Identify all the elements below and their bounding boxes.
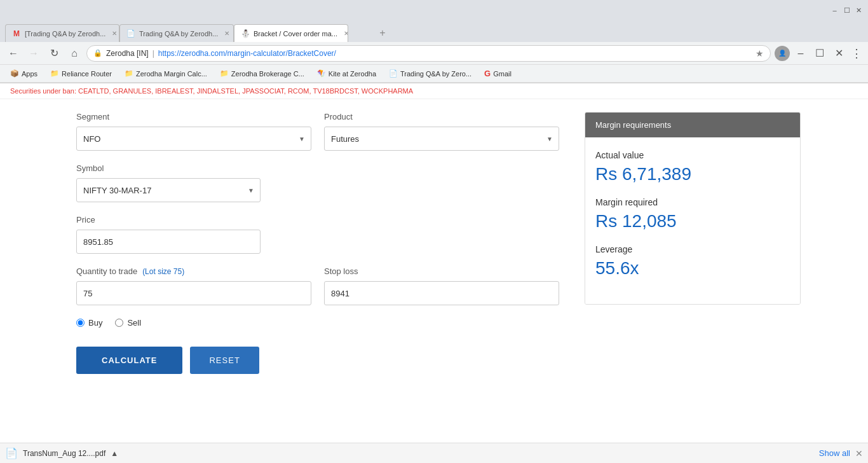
new-tab-button[interactable]: + [374, 24, 391, 42]
tab-label-1: [Trading Q&A by Zerodh... [25, 30, 105, 38]
back-button[interactable]: ← [5, 45, 22, 62]
bookmark-zerodha-margin[interactable]: 📁 Zerodha Margin Calc... [119, 68, 212, 79]
segment-select-wrapper: NFO NSE BSE MCX [76, 127, 311, 151]
margin-required-item: Margin required Rs 12,085 [595, 197, 790, 232]
chrome-menu-button[interactable]: ⋮ [851, 46, 863, 60]
address-bar: ← → ↻ ⌂ 🔒 Zerodha [IN] | https://zerodha… [0, 42, 868, 65]
margin-sidebar: Margin requirements Actual value Rs 6,71… [585, 112, 801, 374]
security-ban-prefix: Securities under ban: [10, 87, 76, 95]
margin-required-label: Margin required [595, 197, 790, 207]
leverage-item: Leverage 55.6x [595, 244, 790, 279]
maximize-button[interactable]: ☐ [843, 6, 851, 15]
buy-radio[interactable] [76, 319, 85, 327]
bookmarks-bar: 📦 Apps 📁 Reliance Router 📁 Zerodha Margi… [0, 65, 868, 83]
sell-radio[interactable] [115, 319, 123, 327]
kite-label: Kite at Zerodha [329, 70, 376, 78]
zerodha-brokerage-label: Zerodha Brokerage C... [231, 70, 304, 78]
price-label: Price [76, 215, 559, 225]
tab-close-1[interactable]: ✕ [112, 30, 117, 37]
url-bar[interactable]: 🔒 Zerodha [IN] | https://zerodha.com/mar… [86, 45, 771, 62]
product-select-wrapper: Futures Options [324, 127, 559, 151]
buy-label: Buy [88, 318, 102, 328]
forward-button[interactable]: → [25, 45, 42, 62]
close-button[interactable]: ✕ [855, 6, 863, 15]
reload-button[interactable]: ↻ [46, 45, 62, 62]
segment-select[interactable]: NFO NSE BSE MCX [76, 127, 311, 151]
url-site-label: Zerodha [IN] [106, 49, 149, 58]
bookmark-gmail[interactable]: G Gmail [479, 67, 517, 79]
segment-label: Segment [76, 112, 311, 121]
lot-size-note: (Lot size 75) [142, 267, 184, 276]
tab-favicon-1: M [12, 29, 21, 38]
tab-label-2: Trading Q&A by Zerodh... [139, 30, 218, 38]
product-label: Product [324, 112, 559, 121]
bookmark-kite[interactable]: 🪁 Kite at Zerodha [312, 68, 381, 79]
tab-label-3: Bracket / Cover order ma... [254, 30, 337, 38]
kite-icon: 🪁 [317, 69, 326, 78]
url-separator: | [153, 49, 154, 58]
close-btn2[interactable]: ✕ [831, 45, 847, 62]
quantity-input[interactable] [76, 281, 311, 305]
margin-card-header: Margin requirements [585, 113, 800, 137]
tab-bracket-cover[interactable]: ⛄ Bracket / Cover order ma... ✕ [234, 24, 348, 42]
minimize-button[interactable]: – [831, 6, 839, 15]
trading-qa-icon: 📄 [389, 69, 398, 78]
tab-trading-qa-2[interactable]: 📄 Trading Q&A by Zerodh... ✕ [119, 24, 234, 42]
calculate-button[interactable]: CALCULATE [76, 347, 182, 374]
quantity-stoploss-row: Quantity to trade (Lot size 75) Stop los… [76, 266, 559, 305]
url-text: https://zerodha.com/margin-calculator/Br… [158, 49, 752, 58]
bookmark-reliance-router[interactable]: 📁 Reliance Router [45, 68, 117, 79]
segment-group: Segment NFO NSE BSE MCX [76, 112, 311, 151]
margin-required-value: Rs 12,085 [595, 211, 790, 232]
title-bar: – ☐ ✕ [0, 0, 868, 20]
tab-favicon-3: ⛄ [241, 29, 250, 38]
buy-sell-group: Buy Sell [76, 318, 559, 328]
stoploss-label: Stop loss [324, 266, 559, 276]
reset-button[interactable]: RESET [190, 347, 259, 374]
zerodha-margin-icon: 📁 [125, 69, 133, 78]
tab-close-3[interactable]: ✕ [344, 30, 348, 37]
bookmarks-apps[interactable]: 📦 Apps [5, 68, 43, 79]
stoploss-input[interactable] [324, 281, 559, 305]
reliance-router-label: Reliance Router [62, 70, 112, 78]
segment-product-row: Segment NFO NSE BSE MCX Product [76, 112, 559, 151]
status-bar: 📄 TransNum_Aug 12....pdf ▲ Show all ✕ [0, 443, 868, 443]
symbol-row: Symbol NIFTY 30-MAR-17 BANKNIFTY 30-MAR-… [76, 163, 559, 202]
apps-icon: 📦 [10, 69, 19, 78]
button-row: CALCULATE RESET [76, 347, 559, 374]
minimize-btn2[interactable]: – [792, 45, 809, 62]
bookmark-star-icon[interactable]: ★ [756, 48, 764, 59]
actual-value: Rs 6,71,389 [595, 164, 790, 184]
tab-close-2[interactable]: ✕ [224, 30, 229, 37]
calculator-body: Segment NFO NSE BSE MCX Product [0, 99, 868, 387]
home-button[interactable]: ⌂ [66, 45, 83, 62]
sell-radio-label[interactable]: Sell [115, 318, 141, 328]
symbol-label: Symbol [76, 163, 559, 173]
quantity-label-row: Quantity to trade (Lot size 75) [76, 266, 311, 276]
product-select[interactable]: Futures Options [324, 127, 559, 151]
symbol-select-wrapper: NIFTY 30-MAR-17 BANKNIFTY 30-MAR-17 [76, 178, 261, 202]
tab-favicon-2: 📄 [126, 29, 135, 38]
trading-qa-label: Trading Q&A by Zero... [400, 70, 471, 78]
zerodha-brokerage-icon: 📁 [220, 69, 229, 78]
zerodha-margin-label: Zerodha Margin Calc... [136, 70, 207, 78]
buy-radio-label[interactable]: Buy [76, 318, 102, 328]
page-content: Securities under ban: CEATLTD, GRANULES,… [0, 83, 868, 443]
bookmark-trading-qa[interactable]: 📄 Trading Q&A by Zero... [384, 68, 477, 79]
sell-label: Sell [127, 318, 141, 328]
product-group: Product Futures Options [324, 112, 559, 151]
gmail-icon: G [484, 69, 491, 78]
apps-label: Apps [22, 70, 37, 78]
maximize-btn2[interactable]: ☐ [811, 45, 828, 62]
actual-value-item: Actual value Rs 6,71,389 [595, 150, 790, 184]
reliance-folder-icon: 📁 [50, 69, 59, 78]
quantity-group: Quantity to trade (Lot size 75) [76, 266, 311, 305]
price-input[interactable] [76, 230, 261, 254]
bookmark-zerodha-brokerage[interactable]: 📁 Zerodha Brokerage C... [215, 68, 309, 79]
lock-icon: 🔒 [93, 49, 102, 57]
calculator-form: Segment NFO NSE BSE MCX Product [76, 112, 559, 374]
tabs-bar: M [Trading Q&A by Zerodh... ✕ 📄 Trading … [0, 20, 868, 42]
tab-trading-qa-1[interactable]: M [Trading Q&A by Zerodh... ✕ [5, 24, 119, 42]
symbol-select[interactable]: NIFTY 30-MAR-17 BANKNIFTY 30-MAR-17 [76, 178, 261, 202]
user-icon[interactable]: 👤 [775, 46, 790, 61]
